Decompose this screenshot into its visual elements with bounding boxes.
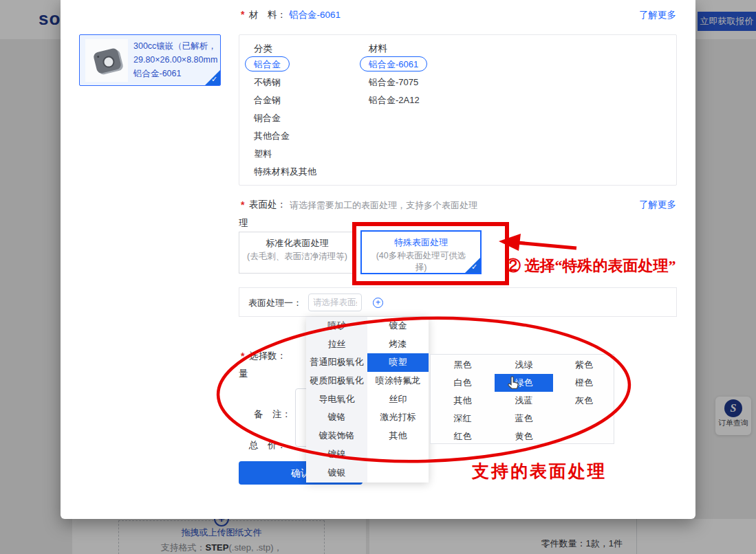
category-header: 分类 (254, 43, 272, 55)
treatment-label: 表面处理一： (248, 297, 302, 309)
color-option[interactable]: 浅绿 (495, 356, 553, 374)
dropdown-item-selected[interactable]: 喷塑 (367, 353, 429, 372)
color-option[interactable]: 浅蓝 (495, 392, 553, 410)
surface-hint: 请选择需要加工的表面处理，支持多个表面处理 (290, 199, 477, 212)
dropdown-item[interactable]: 镀铬 (306, 408, 367, 427)
remark-label: 备 注： (254, 408, 291, 421)
quantity-label-line2: 量 (239, 368, 248, 380)
dropdown-item[interactable]: 激光打标 (367, 408, 429, 427)
dropdown-item[interactable]: 喷涂特氟龙 (367, 372, 429, 390)
material-item[interactable]: 铝合金-7075 (369, 74, 436, 91)
dropdown-item[interactable]: 镀装饰铬 (306, 427, 367, 445)
color-option-selected[interactable]: 绿色 (495, 374, 553, 392)
part-selected-check-icon: ✓ (205, 70, 220, 85)
dropdown-item[interactable]: 镀镍 (306, 445, 367, 464)
total-price-label: 总 价： (249, 439, 286, 452)
dropdown-item[interactable]: 镀金 (367, 317, 429, 335)
color-option[interactable]: 深红 (431, 410, 495, 428)
dropdown-item[interactable]: 丝印 (367, 390, 429, 409)
treatment-dropdown-right-column: 镀金 烤漆 喷塑 喷涂特氟龙 丝印 激光打标 其他 (367, 317, 429, 483)
material-list: 铝合金-6061 铝合金-7075 铝合金-2A12 (369, 56, 436, 109)
treatment-dropdown: 喷砂 拉丝 普通阳极氧化 硬质阳极氧化 导电氧化 镀铬 镀装饰铬 镀镍 镀银 镀… (306, 317, 429, 483)
material-value: 铝合金-6061 (289, 9, 341, 21)
part-3d-preview (93, 47, 122, 74)
hand-cursor-icon (505, 375, 521, 392)
annotation-step2-label: ② 选择“特殊的表面处理” (506, 256, 676, 276)
category-item[interactable]: 不锈钢 (254, 74, 316, 91)
color-column-1: 黑色 白色 其他 深红 红色 (431, 356, 495, 445)
treatment-select-input[interactable] (308, 293, 362, 311)
color-option[interactable]: 橙色 (553, 374, 615, 392)
color-option[interactable]: 其他 (431, 392, 495, 410)
material-label: 材 料： (249, 9, 286, 21)
standard-surface-card[interactable]: 标准化表面处理 (去毛刺、表面洁净清理等) (239, 232, 356, 274)
material-more-link[interactable]: 了解更多 (639, 9, 676, 21)
add-treatment-icon[interactable]: + (373, 298, 383, 308)
quantity-label-line1: 选择数： (249, 350, 286, 362)
part-card[interactable]: 300cc镶嵌（已解析， 29.80×26.00×8.80mm 铝合金-6061… (79, 34, 221, 86)
dropdown-item[interactable]: 硬质阳极氧化 (306, 372, 367, 390)
quantity-required-star: * (241, 351, 244, 362)
category-item[interactable]: 铝合金 (254, 56, 316, 74)
color-options-panel: 黑色 白色 其他 深红 红色 浅绿 绿色 浅蓝 蓝色 黄色 紫色 橙色 灰色 (430, 354, 614, 444)
annotation-support-label: 支持的表面处理 (472, 460, 607, 483)
color-option[interactable]: 黑色 (431, 356, 495, 374)
annotation-rectangle (352, 222, 509, 285)
category-list: 铝合金 不锈钢 合金钢 铜合金 其他合金 塑料 特殊材料及其他 (254, 56, 316, 181)
dropdown-item[interactable]: 镀银 (306, 464, 367, 483)
surface-more-link[interactable]: 了解更多 (639, 199, 676, 211)
standard-surface-title: 标准化表面处理 (239, 237, 355, 250)
color-option[interactable]: 黄色 (495, 428, 553, 445)
color-option[interactable]: 红色 (431, 428, 495, 445)
color-option[interactable]: 蓝色 (495, 410, 553, 428)
color-option[interactable]: 白色 (431, 374, 495, 392)
dropdown-item[interactable]: 其他 (367, 427, 429, 445)
treatment-row: 表面处理一： + (239, 287, 677, 317)
screen: soo 立即获取报价 + 拖拽或上传图纸文件 支持格式：STEP(.step, … (0, 0, 756, 554)
category-item[interactable]: 塑料 (254, 145, 316, 163)
category-item-selected[interactable]: 铝合金 (245, 56, 290, 71)
material-item-selected[interactable]: 铝合金-6061 (360, 56, 427, 71)
dropdown-item[interactable]: 导电氧化 (306, 390, 367, 409)
dropdown-item[interactable]: 拉丝 (306, 335, 367, 354)
category-item[interactable]: 特殊材料及其他 (254, 163, 316, 181)
material-item[interactable]: 铝合金-2A12 (369, 91, 436, 109)
standard-surface-subtitle: (去毛刺、表面洁净清理等) (246, 251, 349, 263)
color-column-2: 浅绿 绿色 浅蓝 蓝色 黄色 (495, 356, 553, 445)
treatment-dropdown-left-column: 喷砂 拉丝 普通阳极氧化 硬质阳极氧化 导电氧化 镀铬 镀装饰铬 镀镍 镀银 (306, 317, 367, 483)
part-thumbnail (85, 39, 128, 82)
surface-label-line1: 表面处： (249, 199, 286, 211)
surface-required-star: * (241, 199, 244, 210)
material-header: 材料 (369, 43, 387, 55)
surface-label-line2: 理 (239, 217, 248, 230)
color-option[interactable]: 灰色 (553, 392, 615, 410)
category-item[interactable]: 合金钢 (254, 91, 316, 109)
category-item[interactable]: 铜合金 (254, 109, 316, 127)
color-option[interactable]: 紫色 (553, 356, 615, 374)
material-item[interactable]: 铝合金-6061 (369, 56, 436, 74)
category-item[interactable]: 其他合金 (254, 127, 316, 145)
dropdown-item[interactable]: 喷砂 (306, 317, 367, 335)
part-name: 300cc镶嵌（已解析， (133, 39, 220, 53)
material-required-star: * (241, 9, 244, 20)
part-dimensions: 29.80×26.00×8.80mm (133, 53, 220, 67)
color-column-3: 紫色 橙色 灰色 (553, 356, 615, 410)
material-panel: 分类 材料 铝合金 不锈钢 合金钢 铜合金 其他合金 塑料 特殊材料及其他 铝合… (239, 34, 677, 186)
dropdown-item[interactable]: 烤漆 (367, 335, 429, 354)
dropdown-item[interactable]: 普通阳极氧化 (306, 353, 367, 372)
